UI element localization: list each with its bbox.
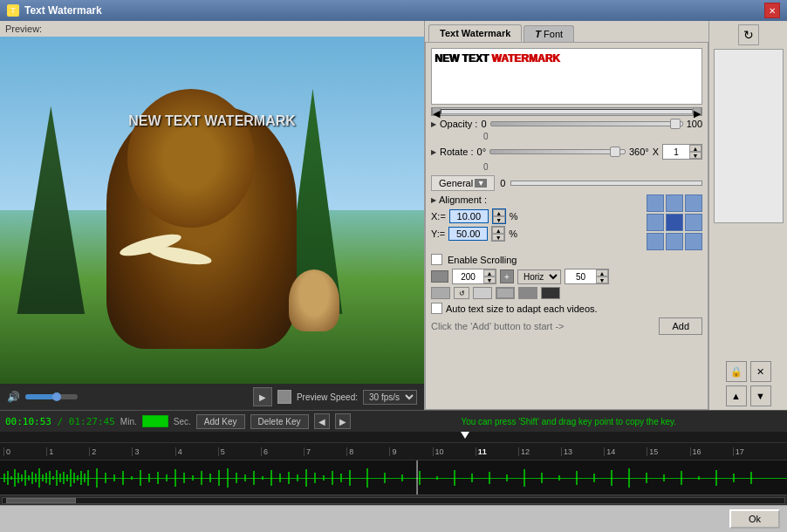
scrollbar-thumb[interactable] — [6, 498, 76, 503]
svg-rect-76 — [733, 474, 735, 482]
stop-button[interactable] — [277, 390, 291, 404]
svg-rect-9 — [35, 474, 37, 482]
close-button[interactable]: ✕ — [764, 3, 780, 18]
auto-text-checkbox[interactable] — [431, 303, 442, 314]
extra-spinbox[interactable]: ▲ ▼ — [565, 269, 609, 284]
y-coord-row: Y:= ▲ ▼ % — [431, 226, 640, 242]
svg-rect-43 — [253, 471, 255, 485]
app-icon: T — [7, 4, 19, 17]
scrollbar-left-btn[interactable]: ◀ — [432, 107, 441, 116]
align-bottom-center[interactable] — [666, 233, 683, 250]
speed-input[interactable] — [453, 271, 483, 283]
svg-rect-67 — [576, 471, 578, 485]
up-button[interactable]: ▲ — [726, 385, 747, 406]
volume-slider[interactable] — [25, 394, 78, 399]
align-middle-left[interactable] — [647, 214, 664, 231]
ruler-2: 2 — [89, 447, 132, 456]
svg-rect-4 — [17, 473, 19, 483]
x-spin-down[interactable]: ▼ — [493, 216, 505, 223]
scroll-icon-btn-5[interactable] — [518, 287, 537, 299]
video-area: NEW TEXT WATERMARK — [0, 37, 424, 384]
svg-rect-27 — [113, 474, 115, 481]
tab-bar: Text Watermark T Font — [425, 21, 708, 42]
svg-rect-19 — [70, 469, 72, 487]
extra-spin-down[interactable]: ▼ — [596, 276, 608, 283]
svg-rect-10 — [38, 468, 40, 488]
svg-rect-35 — [183, 473, 185, 483]
scrollbar-track[interactable] — [441, 109, 693, 114]
align-top-center[interactable] — [666, 194, 683, 212]
timeline-controls: 00:10:53 / 01:27:45 Min. Sec. Add Key De… — [0, 411, 787, 432]
general-dropdown-icon[interactable]: ▼ — [475, 179, 487, 188]
x-button[interactable]: ✕ — [750, 361, 771, 382]
play-button[interactable]: ▶ — [253, 387, 272, 406]
tab-content: NEW TEXT WATERMARK<span>NEW TEXT </span>… — [425, 42, 708, 410]
align-bottom-right[interactable] — [685, 233, 702, 250]
svg-rect-39 — [218, 470, 220, 486]
opacity-slider[interactable] — [490, 121, 683, 126]
svg-rect-17 — [63, 472, 65, 484]
extra-spin-up[interactable]: ▲ — [596, 269, 608, 276]
svg-rect-22 — [80, 471, 82, 485]
tab-text-watermark[interactable]: Text Watermark — [428, 24, 522, 42]
tab-font[interactable]: T Font — [524, 25, 574, 42]
prev-key-button[interactable]: ◀ — [314, 413, 330, 429]
enable-scrolling-checkbox[interactable] — [431, 254, 442, 265]
fps-select[interactable]: 30 fps/s 15 fps/s 60 fps/s — [363, 390, 417, 405]
scroll-icon-btn-6[interactable] — [541, 287, 560, 299]
y-spin-down[interactable]: ▼ — [492, 234, 504, 241]
align-bottom-left[interactable] — [647, 233, 664, 250]
speed-spinbox[interactable]: ▲ ▼ — [452, 269, 496, 284]
rotate-spin-down[interactable]: ▼ — [689, 152, 701, 159]
add-key-button[interactable]: Add Key — [196, 414, 245, 429]
add-button[interactable]: Add — [659, 317, 702, 335]
ruler-7: 7 — [304, 447, 346, 456]
rotate-spin-up[interactable]: ▲ — [689, 145, 701, 152]
bottom-bar: Ok — [0, 505, 787, 532]
align-top-left[interactable] — [647, 194, 664, 212]
speed-spin-down[interactable]: ▼ — [483, 276, 496, 283]
ok-button[interactable]: Ok — [729, 509, 780, 529]
rotate-slider[interactable] — [489, 149, 626, 154]
scrollbar-track[interactable] — [2, 497, 785, 504]
rotate-thumb[interactable] — [610, 147, 620, 157]
scroll-icon-btn-4[interactable] — [496, 287, 515, 299]
waveform-area[interactable] — [0, 460, 787, 494]
window-title: Text Watermark — [24, 4, 102, 17]
watermark-overlay: NEW TEXT WATERMARK — [128, 113, 296, 128]
svg-rect-0 — [3, 474, 5, 482]
opacity-thumb[interactable] — [670, 119, 681, 129]
general-button[interactable]: General ▼ — [431, 175, 495, 191]
svg-rect-73 — [681, 471, 682, 485]
next-key-button[interactable]: ▶ — [335, 413, 351, 429]
svg-rect-34 — [175, 469, 176, 487]
svg-rect-23 — [84, 474, 86, 482]
extra-input[interactable] — [565, 271, 596, 283]
lock-button[interactable]: 🔒 — [726, 361, 747, 382]
text-scrollbar[interactable]: ◀ ▶ — [431, 107, 702, 116]
general-slider[interactable] — [510, 181, 702, 186]
direction-select[interactable]: Horiz Vert — [517, 269, 561, 284]
refresh-button[interactable]: ↻ — [738, 24, 759, 45]
opacity-triangle-icon: ▶ — [431, 120, 436, 128]
timeline-scrollbar[interactable] — [0, 494, 787, 505]
scroll-icon-btn-3[interactable] — [473, 287, 492, 299]
svg-rect-45 — [270, 470, 272, 486]
scroll-icon-btn-1[interactable] — [431, 287, 450, 299]
delete-key-button[interactable]: Delete Key — [250, 414, 309, 429]
svg-rect-63 — [506, 474, 508, 481]
align-middle-center[interactable] — [666, 214, 683, 231]
align-top-right[interactable] — [685, 194, 702, 212]
x-spin-up[interactable]: ▲ — [493, 209, 505, 216]
y-spin-up[interactable]: ▲ — [492, 227, 504, 234]
x-input[interactable] — [449, 209, 489, 223]
down-button[interactable]: ▼ — [750, 385, 771, 406]
scroll-icon-btn-2[interactable]: ↺ — [454, 287, 469, 299]
rotate-spinbox[interactable]: ▲ ▼ — [662, 144, 702, 160]
scrollbar-right-btn[interactable]: ▶ — [693, 107, 701, 116]
speed-spin-up[interactable]: ▲ — [483, 269, 496, 276]
rotate-spin-input[interactable] — [663, 147, 689, 158]
y-input[interactable] — [448, 227, 488, 241]
svg-rect-49 — [305, 469, 307, 487]
align-middle-right[interactable] — [685, 214, 702, 231]
